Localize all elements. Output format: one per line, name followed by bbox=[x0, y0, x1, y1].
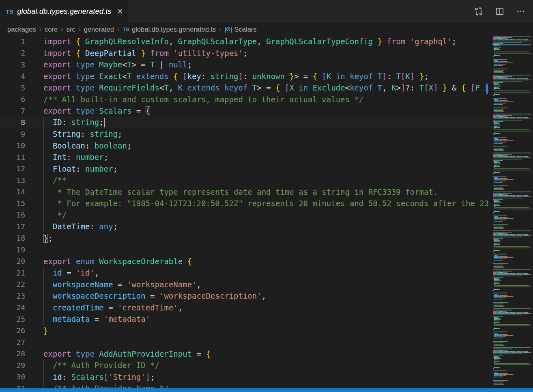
code-line-29[interactable]: 29 /** Auth Provider ID */ bbox=[0, 360, 489, 371]
code-token: T bbox=[378, 83, 382, 92]
code-text: export enum WorkspaceOrderable { bbox=[43, 257, 192, 266]
code-token: keyof bbox=[350, 72, 378, 81]
code-token: = bbox=[104, 303, 118, 312]
breadcrumb-item-packages[interactable]: packages bbox=[7, 26, 36, 33]
code-line-28[interactable]: 28export type AddAuthProviderInput = { bbox=[0, 348, 489, 360]
more-actions-button[interactable] bbox=[516, 6, 526, 16]
code-token: > bbox=[294, 72, 299, 81]
code-line-8[interactable]: 8 ID: string; bbox=[0, 117, 489, 129]
code-line-22[interactable]: 22 workspaceName = 'workspaceName', bbox=[0, 279, 489, 291]
code-text: workspaceDescription = 'workspaceDescrip… bbox=[43, 291, 266, 300]
code-token: < bbox=[122, 72, 127, 81]
tab-close-icon[interactable]: ✕ bbox=[117, 8, 123, 15]
typescript-file-icon: TS bbox=[6, 8, 13, 15]
code-token: in bbox=[299, 83, 312, 92]
code-line-2[interactable]: 2import { DeepPartial } from 'utility-ty… bbox=[0, 47, 489, 59]
code-token: ] bbox=[382, 72, 387, 81]
code-line-14[interactable]: 14 * The DateTime scalar type represents… bbox=[0, 186, 489, 198]
line-number: 9 bbox=[0, 130, 25, 138]
open-changes-button[interactable] bbox=[474, 6, 484, 16]
code-line-9[interactable]: 9 String: string; bbox=[0, 128, 489, 140]
indent-guide bbox=[43, 221, 44, 233]
code-line-3[interactable]: 3export type Maybe<T> = T | null; bbox=[0, 59, 489, 71]
minimap[interactable] bbox=[492, 36, 531, 389]
code-line-12[interactable]: 12 Float: number; bbox=[0, 163, 489, 175]
code-token: ] bbox=[239, 72, 243, 81]
code-line-19[interactable]: 19 bbox=[0, 244, 489, 256]
code-text: export type Exact<T extends { [key: stri… bbox=[43, 72, 429, 81]
code-line-17[interactable]: 17 DateTime: any; bbox=[0, 221, 489, 233]
code-token: & bbox=[447, 83, 461, 92]
breadcrumb-item-global-db-types-generated-ts[interactable]: TSglobal.db.types.generated.ts bbox=[123, 26, 216, 33]
code-token: { bbox=[461, 83, 471, 92]
code-token: 'metadata' bbox=[104, 314, 150, 323]
breadcrumb-label: generated bbox=[84, 26, 114, 33]
code-token: = bbox=[113, 280, 127, 289]
code-token: ; bbox=[118, 129, 122, 138]
breadcrumb-label: core bbox=[45, 26, 58, 33]
code-token: { bbox=[76, 49, 85, 58]
code-line-25[interactable]: 25 metadata = 'metadata' bbox=[0, 313, 489, 325]
code-line-7[interactable]: 7export type Scalars = { bbox=[0, 105, 489, 117]
code-token: | bbox=[155, 60, 169, 69]
code-token: : bbox=[81, 129, 90, 138]
code-token: export bbox=[43, 349, 76, 358]
code-token: Float bbox=[53, 164, 76, 173]
code-line-21[interactable]: 21 id = 'id', bbox=[0, 267, 489, 279]
code-token: in bbox=[336, 72, 350, 81]
code-token: keyof bbox=[224, 83, 252, 92]
line-number: 18 bbox=[0, 234, 25, 242]
breadcrumb-item-src[interactable]: src bbox=[66, 26, 75, 33]
code-token: K bbox=[406, 72, 410, 81]
code-token: X bbox=[429, 83, 433, 92]
code-line-27[interactable]: 27 bbox=[0, 336, 489, 348]
code-token: Int bbox=[53, 153, 67, 162]
line-number: 28 bbox=[0, 349, 25, 358]
code-token: { bbox=[313, 72, 322, 81]
typescript-file-icon: TS bbox=[123, 26, 129, 32]
code-line-16[interactable]: 16 */ bbox=[0, 209, 489, 221]
tab-bar: TS global.db.types.generated.ts ✕ bbox=[0, 0, 533, 23]
breadcrumb: packages›core›src›generated›TSglobal.db.… bbox=[0, 23, 533, 36]
editor-pane[interactable]: 1import { GraphQLResolveInfo, GraphQLSca… bbox=[0, 36, 533, 392]
code-line-13[interactable]: 13 /** bbox=[0, 174, 489, 186]
code-line-11[interactable]: 11 Int: number; bbox=[0, 151, 489, 163]
breadcrumb-separator: › bbox=[78, 26, 80, 33]
code-token: boolean bbox=[95, 141, 127, 150]
code-line-10[interactable]: 10 Boolean: boolean; bbox=[0, 140, 489, 152]
code-line-23[interactable]: 23 workspaceDescription = 'workspaceDesc… bbox=[0, 290, 489, 302]
code-line-4[interactable]: 4export type Exact<T extends { [key: str… bbox=[0, 71, 489, 82]
breadcrumb-item-scalars[interactable]: [⊘]Scalars bbox=[225, 26, 257, 33]
breadcrumb-label: src bbox=[66, 26, 75, 33]
breadcrumb-item-generated[interactable]: generated bbox=[84, 26, 114, 33]
line-number: 1 bbox=[0, 37, 25, 46]
code-area[interactable]: 1import { GraphQLResolveInfo, GraphQLSca… bbox=[0, 36, 489, 392]
code-token bbox=[438, 83, 443, 92]
code-line-15[interactable]: 15 * For example: "1985-04-12T23:20:50.5… bbox=[0, 198, 489, 209]
code-line-1[interactable]: 1import { GraphQLResolveInfo, GraphQLSca… bbox=[0, 36, 489, 47]
code-line-5[interactable]: 5export type RequireFields<T, K extends … bbox=[0, 82, 489, 94]
code-line-30[interactable]: 30 id: Scalars['String']; bbox=[0, 371, 489, 383]
code-line-20[interactable]: 20export enum WorkspaceOrderable { bbox=[0, 256, 489, 267]
line-number: 22 bbox=[0, 280, 25, 289]
code-token bbox=[43, 222, 53, 231]
code-token bbox=[43, 303, 53, 312]
code-token: [ bbox=[401, 72, 405, 81]
split-editor-button[interactable] bbox=[495, 6, 505, 16]
code-token: metadata bbox=[53, 314, 90, 323]
code-token: : bbox=[67, 153, 76, 162]
code-token: export bbox=[43, 60, 76, 69]
code-line-18[interactable]: 18}; bbox=[0, 233, 489, 244]
code-line-26[interactable]: 26} bbox=[0, 325, 489, 337]
indent-guide bbox=[43, 313, 44, 325]
code-token: K bbox=[391, 83, 396, 92]
code-token: DeepPartial bbox=[85, 49, 136, 58]
code-token: 'createdTime' bbox=[118, 303, 178, 312]
line-number: 23 bbox=[0, 292, 25, 300]
code-line-6[interactable]: 6/** All built-in and custom scalars, ma… bbox=[0, 94, 489, 106]
tab-global-db-types[interactable]: TS global.db.types.generated.ts ✕ bbox=[0, 0, 128, 23]
code-line-24[interactable]: 24 createdTime = 'createdTime', bbox=[0, 302, 489, 314]
breadcrumb-item-core[interactable]: core bbox=[45, 26, 58, 33]
code-token: { bbox=[146, 106, 150, 115]
code-token: ] bbox=[433, 83, 438, 92]
